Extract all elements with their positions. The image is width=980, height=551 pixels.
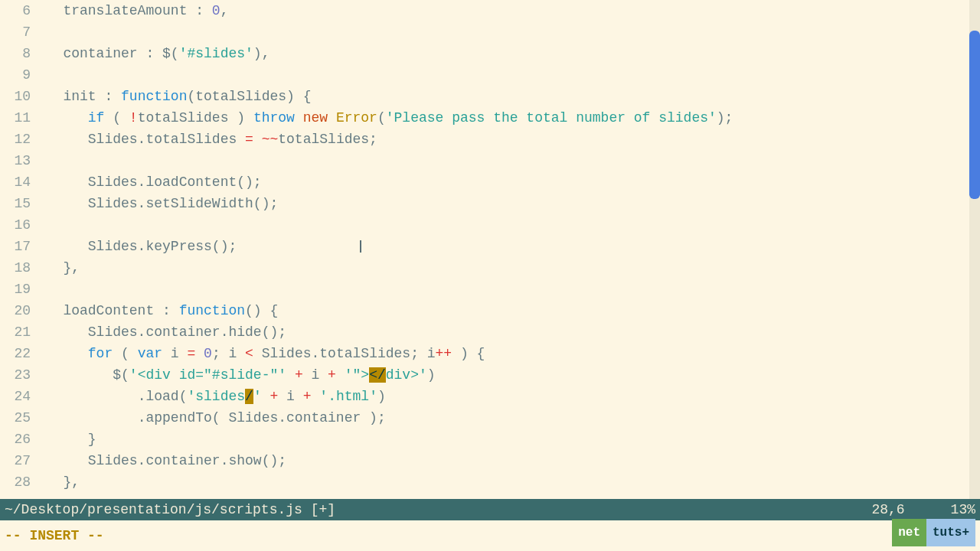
code-line[interactable] [38,214,980,236]
code-line[interactable]: Slides.setSlideWidth(); [38,193,980,214]
mode-text: -- INSERT -- [5,525,104,546]
line-number: 12 [0,129,31,150]
editor-viewport[interactable]: 6789101112131415161718192021222324252627… [0,0,980,499]
line-number: 23 [0,364,31,386]
code-line[interactable]: translateAmount : 0, [38,0,980,21]
line-number: 14 [0,171,31,193]
line-number: 11 [0,107,31,129]
line-number: 19 [0,279,31,300]
line-number: 28 [0,471,31,493]
code-area[interactable]: translateAmount : 0, container : $('#sli… [38,0,980,499]
code-line[interactable] [38,64,980,86]
status-bar: ~/Desktop/presentation/js/scripts.js [+]… [0,499,980,520]
line-number: 10 [0,86,31,107]
line-number: 8 [0,43,31,64]
line-number: 15 [0,193,31,214]
code-line[interactable]: }, [38,471,980,493]
scroll-percent: 13% [951,499,975,520]
code-line[interactable] [38,21,980,43]
code-line[interactable]: Slides.keyPress(); [38,236,980,257]
code-line[interactable]: Slides.loadContent(); [38,171,980,193]
watermark: net tuts+ [892,519,975,546]
code-line[interactable]: Slides.container.show(); [38,450,980,471]
line-number: 22 [0,343,31,364]
code-line[interactable]: .appendTo( Slides.container ); [38,407,980,429]
cursor-position: 28,6 [871,499,904,520]
vertical-scrollbar-track[interactable] [969,0,980,499]
code-line[interactable]: }, [38,257,980,279]
code-line[interactable]: for ( var i = 0; i < Slides.totalSlides;… [38,343,980,364]
code-line[interactable]: container : $('#slides'), [38,43,980,64]
code-line[interactable]: if ( !totalSlides ) throw new Error('Ple… [38,107,980,129]
line-number: 20 [0,300,31,321]
code-line[interactable]: .load('slides/' + i + '.html') [38,386,980,407]
code-line[interactable]: loadContent : function() { [38,300,980,321]
text-cursor [360,240,361,253]
line-number: 26 [0,429,31,450]
code-line[interactable]: } [38,429,980,450]
code-line[interactable]: Slides.totalSlides = ~~totalSlides; [38,129,980,150]
vertical-scrollbar-thumb[interactable] [969,31,980,199]
code-line[interactable] [38,150,980,171]
code-line[interactable]: $('<div id="#slide-"' + i + '"></div>') [38,364,980,386]
file-path: ~/Desktop/presentation/js/scripts.js [+] [5,499,335,520]
line-number: 18 [0,257,31,279]
line-number: 7 [0,21,31,43]
line-number: 17 [0,236,31,257]
line-number: 13 [0,150,31,171]
line-number: 24 [0,386,31,407]
code-line[interactable]: init : function(totalSlides) { [38,86,980,107]
line-number-gutter: 6789101112131415161718192021222324252627… [0,0,38,499]
line-number: 21 [0,321,31,343]
line-number: 25 [0,407,31,429]
watermark-right: tuts+ [926,519,975,546]
code-line[interactable] [38,279,980,300]
line-number: 9 [0,64,31,86]
line-number: 27 [0,450,31,471]
watermark-left: net [892,519,926,546]
mode-indicator-bar: -- INSERT -- [0,520,980,551]
line-number: 16 [0,214,31,236]
code-line[interactable]: Slides.container.hide(); [38,321,980,343]
line-number: 6 [0,0,31,21]
